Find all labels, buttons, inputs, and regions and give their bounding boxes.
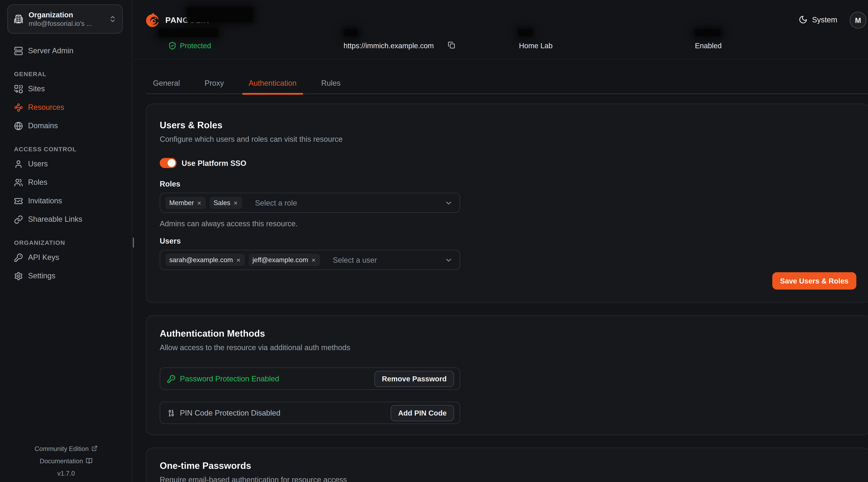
pin-status-label: PIN Code Protection Disabled [180, 409, 280, 417]
sidebar-item-roles[interactable]: Roles [0, 173, 132, 192]
external-link-icon [92, 445, 98, 451]
sidebar-item-settings[interactable]: Settings [0, 267, 132, 285]
resource-enabled: Enabled [695, 41, 722, 51]
sidebar: Organization milo@fossorial.io's ... Ser… [0, 0, 132, 482]
theme-label: System [812, 15, 837, 24]
key-icon [14, 253, 23, 262]
sidebar-item-resources[interactable]: Resources [0, 98, 132, 117]
redacted-label-site [518, 29, 532, 36]
remove-chip-icon[interactable] [197, 200, 202, 205]
link-icon [14, 215, 23, 224]
copy-icon[interactable] [448, 41, 455, 49]
users-field-label: Users [160, 237, 856, 245]
sidebar-item-label: Resources [28, 103, 64, 111]
remove-password-button[interactable]: Remove Password [375, 371, 454, 387]
remove-chip-icon[interactable] [311, 257, 316, 262]
sidebar-item-label: Shareable Links [28, 215, 82, 223]
sidebar-item-api-keys[interactable]: API Keys [0, 248, 132, 267]
sidebar-item-sites[interactable]: Sites [0, 79, 132, 98]
org-selector-value: milo@fossorial.io's ... [29, 20, 104, 28]
tab-authentication[interactable]: Authentication [242, 73, 303, 94]
role-chip: Member [165, 197, 206, 209]
sso-toggle[interactable] [160, 158, 177, 168]
user-chip: sarah@example.com [165, 254, 245, 266]
chevrons-up-down-icon [109, 15, 117, 23]
avatar[interactable]: M [849, 12, 866, 29]
users-icon [14, 178, 23, 187]
sidebar-footer: Community Edition Documentation v1.7.0 [0, 442, 132, 479]
sidebar-item-label: Domains [28, 122, 58, 130]
sidebar-scrollbar-thumb[interactable] [133, 237, 134, 248]
card-subtitle: Require email-based authentication for r… [160, 475, 856, 482]
sidebar-item-label: Users [28, 160, 48, 168]
sidebar-section-general: GENERAL [0, 68, 132, 79]
sidebar-item-server-admin[interactable]: Server Admin [0, 41, 132, 60]
chevron-down-icon [444, 199, 453, 207]
community-edition-link[interactable]: Community Edition [0, 442, 132, 455]
header-separator [133, 59, 868, 59]
tab-rules[interactable]: Rules [314, 73, 347, 94]
pin-protection-row: PIN Code Protection Disabled Add PIN Cod… [160, 401, 460, 424]
user-chip: jeff@example.com [249, 254, 320, 266]
tab-general[interactable]: General [146, 73, 187, 94]
resource-protected-status: Protected [168, 41, 211, 51]
user-chip-label: sarah@example.com [169, 256, 233, 264]
card-subtitle: Allow access to the resource via additio… [160, 343, 856, 353]
remove-chip-icon[interactable] [236, 257, 241, 262]
chevron-down-icon [444, 256, 453, 264]
globe-icon [14, 121, 23, 130]
sidebar-section-access-control: ACCESS CONTROL [0, 143, 132, 155]
building-icon [13, 14, 24, 24]
protected-label: Protected [180, 41, 211, 50]
redacted-label-url [344, 29, 358, 36]
users-multiselect[interactable]: sarah@example.com jeff@example.com Selec… [160, 250, 460, 270]
redacted-resource-name [187, 7, 253, 22]
save-users-roles-button[interactable]: Save Users & Roles [772, 272, 856, 290]
combine-icon [14, 84, 23, 93]
card-title: Authentication Methods [160, 327, 856, 340]
role-chip-label: Sales [214, 199, 230, 207]
sidebar-item-invitations[interactable]: Invitations [0, 192, 132, 210]
add-pin-code-button[interactable]: Add PIN Code [391, 405, 454, 421]
resource-url: https://immich.example.com [344, 41, 434, 51]
tab-proxy[interactable]: Proxy [198, 73, 231, 94]
roles-field-label: Roles [160, 180, 856, 188]
app-window: Organization milo@fossorial.io's ... Ser… [0, 0, 868, 482]
sidebar-item-shareable-links[interactable]: Shareable Links [0, 210, 132, 229]
redacted-label-enabled [695, 29, 721, 36]
password-status-label: Password Protection Enabled [180, 375, 279, 383]
role-chip-label: Member [169, 199, 194, 207]
roles-placeholder: Select a role [255, 198, 297, 207]
password-protection-row: Password Protection Enabled Remove Passw… [160, 367, 460, 390]
toggle-knob [167, 159, 175, 167]
server-icon [14, 46, 23, 55]
book-open-icon [86, 457, 93, 464]
otp-card: One-time Passwords Require email-based a… [146, 447, 868, 482]
community-edition-label: Community Edition [35, 445, 89, 452]
org-selector[interactable]: Organization milo@fossorial.io's ... [7, 4, 123, 34]
card-subtitle: Configure which users and roles can visi… [160, 134, 856, 144]
gear-icon [14, 271, 23, 280]
sidebar-item-users[interactable]: Users [0, 155, 132, 173]
avatar-initial: M [855, 16, 861, 24]
ticket-check-icon [14, 196, 23, 205]
sidebar-item-label: Invitations [28, 197, 62, 205]
sidebar-nav: Server Admin GENERAL Sites Resources Dom… [0, 41, 132, 285]
sidebar-item-label: API Keys [28, 253, 59, 261]
org-selector-label: Organization [29, 10, 104, 20]
roles-multiselect[interactable]: Member Sales Select a role [160, 193, 460, 213]
shield-check-icon [168, 41, 176, 50]
card-title: One-time Passwords [160, 459, 856, 472]
binary-icon [167, 409, 175, 417]
sidebar-item-label: Settings [28, 272, 55, 280]
documentation-link[interactable]: Documentation [0, 455, 132, 467]
sidebar-item-domains[interactable]: Domains [0, 117, 132, 135]
redacted-label-status [159, 29, 218, 37]
sidebar-item-label: Sites [28, 85, 45, 93]
theme-toggle[interactable]: System [799, 15, 837, 24]
remove-chip-icon[interactable] [233, 200, 238, 205]
role-chip: Sales [210, 197, 242, 209]
documentation-label: Documentation [40, 457, 83, 464]
sso-toggle-row: Use Platform SSO [160, 158, 856, 168]
auth-methods-card: Authentication Methods Allow access to t… [146, 315, 868, 435]
